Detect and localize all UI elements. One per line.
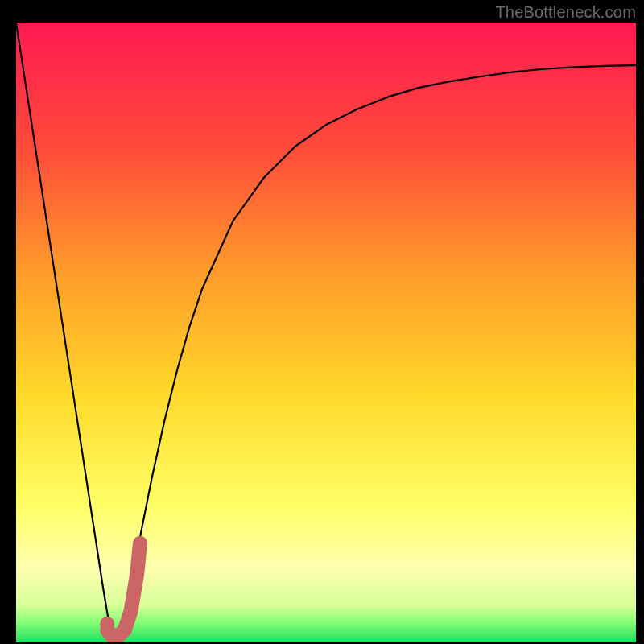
watermark-text: TheBottleneck.com bbox=[495, 3, 636, 22]
bottleneck-chart bbox=[16, 23, 636, 642]
gradient-background bbox=[16, 23, 636, 642]
chart-container: TheBottleneck.com bbox=[0, 0, 644, 644]
optimal-point-marker bbox=[100, 617, 114, 631]
